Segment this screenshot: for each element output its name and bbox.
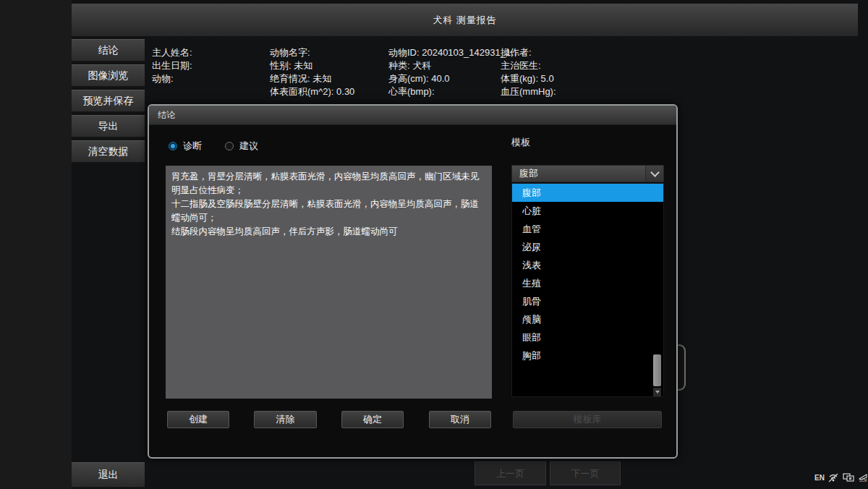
sidebar-item-label: 结论 bbox=[98, 44, 119, 57]
template-option-vascular[interactable]: 血管 bbox=[512, 220, 663, 238]
template-option-cardiac[interactable]: 心脏 bbox=[512, 202, 663, 220]
patient-info-col1: 主人姓名: 出生日期: 动物: bbox=[152, 46, 192, 85]
confirm-button[interactable]: 确定 bbox=[341, 411, 404, 428]
template-select[interactable]: 腹部 bbox=[511, 165, 664, 182]
bsa-field: 体表面积(m^2): 0.30 bbox=[270, 85, 354, 98]
radio-suggestion-label: 建议 bbox=[239, 140, 258, 153]
clear-button[interactable]: 清除 bbox=[254, 411, 317, 428]
template-option-cranial[interactable]: 颅脑 bbox=[512, 310, 663, 328]
exit-button-label: 退出 bbox=[98, 469, 119, 482]
template-option-superficial[interactable]: 浅表 bbox=[512, 256, 663, 274]
prev-page-button[interactable]: 上一页 bbox=[475, 462, 546, 485]
template-option-urinary[interactable]: 泌尿 bbox=[512, 238, 663, 256]
exit-button[interactable]: 退出 bbox=[72, 462, 145, 488]
list-scrollbar-thumb[interactable] bbox=[653, 354, 661, 386]
radio-suggestion[interactable]: 建议 bbox=[225, 140, 258, 153]
blood-pressure-field: 血压(mmHg): bbox=[501, 85, 556, 98]
template-select-value: 腹部 bbox=[512, 167, 645, 180]
sidebar-item-label: 清空数据 bbox=[88, 145, 129, 158]
language-indicator: EN bbox=[814, 474, 825, 482]
sidebar-item-clear-data[interactable]: 清空数据 bbox=[72, 140, 145, 163]
arrow-down-icon bbox=[655, 391, 660, 394]
dicom-label: DCM bbox=[859, 480, 867, 482]
birth-date-field: 出生日期: bbox=[152, 59, 192, 72]
neuter-field: 绝育情况: 未知 bbox=[270, 72, 354, 85]
animal-name-field: 动物名字: bbox=[270, 46, 354, 59]
radio-diagnosis[interactable]: 诊断 bbox=[169, 140, 202, 153]
weight-field: 体重(kg): 5.0 bbox=[501, 72, 556, 85]
sidebar-item-label: 图像浏览 bbox=[88, 69, 129, 82]
template-option-reproductive[interactable]: 生殖 bbox=[512, 274, 663, 292]
conclusion-type-radios: 诊断 建议 bbox=[169, 140, 258, 153]
sidebar-item-image-browse[interactable]: 图像浏览 bbox=[72, 64, 145, 87]
template-option-musculoskeletal[interactable]: 肌骨 bbox=[512, 292, 663, 310]
doctor-field: 主治医生: bbox=[501, 59, 556, 72]
radio-unselected-icon bbox=[225, 142, 234, 150]
operator-field: 操作者: bbox=[501, 46, 556, 59]
template-options-list: 腹部 心脏 血管 泌尿 浅表 生殖 肌骨 颅脑 眼部 胸部 bbox=[511, 183, 664, 397]
list-scroll-down-button[interactable] bbox=[653, 388, 661, 396]
sidebar-item-export[interactable]: 导出 bbox=[72, 115, 145, 137]
sidebar-item-label: 预览并保存 bbox=[83, 95, 134, 108]
dicom-flag-icon: DCM bbox=[859, 474, 868, 482]
sidebar-item-conclusion[interactable]: 结论 bbox=[72, 39, 145, 61]
left-edge-strip bbox=[0, 0, 72, 489]
title-bar: 犬科 测量报告 bbox=[72, 4, 858, 36]
patient-info-col2: 动物名字: 性别: 未知 绝育情况: 未知 体表面积(m^2): 0.30 bbox=[270, 46, 354, 98]
template-option-eye[interactable]: 眼部 bbox=[512, 328, 663, 346]
template-label: 模板 bbox=[511, 136, 530, 149]
sidebar-item-preview-save[interactable]: 预览并保存 bbox=[72, 90, 145, 112]
sidebar-item-label: 导出 bbox=[98, 120, 119, 133]
chevron-down-icon bbox=[645, 166, 663, 182]
network-disconnected-icon bbox=[828, 473, 839, 482]
cancel-button[interactable]: 取消 bbox=[429, 411, 491, 428]
patient-info-col4: 操作者: 主治医生: 体重(kg): 5.0 血压(mmHg): bbox=[501, 46, 556, 98]
template-option-chest[interactable]: 胸部 bbox=[512, 346, 663, 365]
dialog-title: 结论 bbox=[158, 109, 175, 122]
animal-field: 动物: bbox=[152, 72, 192, 85]
dialog-title-bar: 结论 bbox=[149, 106, 676, 125]
page-title: 犬科 测量报告 bbox=[433, 14, 497, 27]
app-window: 犬科 测量报告 结论 图像浏览 预览并保存 导出 清空数据 退出 主人姓名: 出… bbox=[0, 0, 868, 489]
conclusion-textarea[interactable]: 胃充盈，胃壁分层清晰，粘膜表面光滑，内容物呈均质高回声，幽门区域未见明显占位性病… bbox=[166, 166, 492, 399]
gender-field: 性别: 未知 bbox=[270, 59, 354, 72]
create-button[interactable]: 创建 bbox=[167, 411, 229, 428]
dual-display-icon bbox=[843, 473, 855, 482]
owner-name-field: 主人姓名: bbox=[152, 46, 192, 59]
template-library-button[interactable]: 模板库 bbox=[513, 411, 662, 428]
radio-selected-icon bbox=[169, 142, 177, 150]
next-page-button[interactable]: 下一页 bbox=[550, 462, 621, 485]
template-option-abdomen[interactable]: 腹部 bbox=[512, 184, 663, 202]
status-bar: EN DCM bbox=[814, 473, 868, 482]
conclusion-dialog: 结论 诊断 建议 胃充盈，胃壁分层清晰，粘膜表面光滑，内容物呈均质高回声，幽门区… bbox=[148, 104, 678, 459]
radio-diagnosis-label: 诊断 bbox=[183, 140, 202, 153]
